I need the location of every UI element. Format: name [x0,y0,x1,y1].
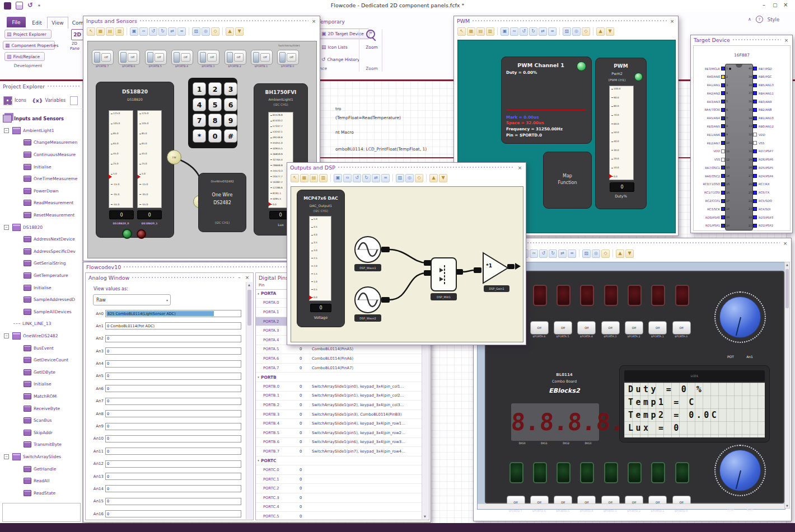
rotate-right-icon[interactable]: ↻ [362,174,371,182]
cursor-icon[interactable]: ↖ [457,27,466,36]
help-icon[interactable]: ? [756,16,763,23]
digital-pin-row[interactable]: PORTB.40SwitchArraySlide1(pin4), keypad_… [256,419,423,429]
pwm-slider-block[interactable]: PWM Pwm2 (PWM CH1) 100.090.080.070.060.0… [595,58,647,209]
close-icon[interactable]: × [782,241,788,246]
icon-lists-button[interactable]: ▤ Icon Lists [319,43,357,51]
group-arrow-icon[interactable]: ▾ [256,292,261,295]
keypad-key[interactable]: 8 [208,114,222,127]
digital-pin-row[interactable]: PORTC.50 [256,512,423,520]
analog-value-field[interactable]: 0 [105,398,241,405]
tree-item[interactable]: −SwitchArraySlides [0,451,83,463]
analog-value-field[interactable]: 0 [105,385,241,392]
clipped-tab-icon[interactable] [70,96,78,105]
map-function-block[interactable]: Map Function [543,152,592,209]
port-switch[interactable]: Off [225,50,246,65]
analog-value-field[interactable]: 0 [105,460,241,468]
expander-icon[interactable]: − [4,333,9,338]
analog-vscrollbar[interactable]: ▲ [246,282,252,519]
pwm-duty-slider[interactable]: 100.090.080.070.060.050.040.030.020.010.… [609,86,634,180]
tree-item[interactable]: ScanBus [0,415,83,427]
close-icon[interactable]: × [669,18,675,24]
switch-knob[interactable] [94,52,100,63]
properties-icon[interactable]: ▨ [396,174,404,182]
tree-item[interactable]: GetDeviceCount [0,354,83,366]
slider-pointer[interactable] [309,295,315,300]
target-device-window[interactable]: Target Device × 16F887 RE3/MCLR1RA0/AN02… [690,35,793,233]
bring-front-icon[interactable]: ▲ [616,249,624,258]
send-back-icon[interactable]: ▼ [439,174,447,182]
layers-icon[interactable]: ◇ [601,249,610,258]
save-icon[interactable] [16,2,23,10]
search-icon[interactable]: ◎ [572,27,581,36]
rotate-right-icon[interactable]: ↻ [549,249,557,258]
tree-item[interactable]: Initialise [0,161,83,173]
mirror-icon[interactable]: ⇄ [539,27,547,36]
expander-icon[interactable]: − [4,454,9,459]
keypad-key[interactable]: 6 [224,98,237,111]
porta-off-button[interactable]: Off [577,321,596,335]
scroll-up-icon[interactable]: ▲ [785,263,789,266]
analog-value-field[interactable]: 0 [105,423,241,430]
port-switch[interactable]: Off [198,50,219,65]
board-hscrollbar[interactable] [478,503,785,509]
icons-tab-label[interactable]: Icons [15,98,26,103]
tree-item[interactable]: ReadState [0,487,83,499]
port-switch[interactable]: Off [145,50,167,65]
keypad-key[interactable]: 1 [193,82,206,96]
switch-off-key[interactable]: Off [101,53,111,62]
outputs-window-titlebar[interactable]: Outputs and DSP × [287,163,526,172]
analog-value-field[interactable]: 0 [105,373,241,380]
add-component-icon[interactable]: ▣ [501,27,509,36]
analog-value-field[interactable]: 0 [105,360,241,368]
digital-pin-row[interactable]: PORTB.20SwitchArraySlide1(pin2), keypad_… [256,401,423,410]
keypad-key[interactable]: # [224,129,237,143]
port-switch[interactable]: Off [92,50,114,65]
digital-pin-row[interactable]: PORTC.00 [256,465,423,475]
switch-knob[interactable] [227,52,233,63]
find-replace-button[interactable]: ▧ Find/Replace [4,52,45,61]
port-switch[interactable]: Off [251,50,273,65]
copy-icon[interactable]: ▤ [476,27,485,36]
panel-2d-icon[interactable]: 2D [71,29,83,40]
onewire-node-icon[interactable]: 1W [167,150,181,164]
close-icon[interactable]: × [783,37,789,43]
dsp-wave1-block[interactable] [354,236,381,263]
analog-value-field[interactable]: 825 ComboBL0114(LightSensor ADC) [105,310,241,317]
outputs-canvas[interactable]: MCP47x6 DAC DAC_Output1 (I2C CH1) 5.04.5… [291,186,523,342]
add-component-icon[interactable]: ▣ [334,174,342,182]
tree-item[interactable]: SampleAllDevices [0,306,83,318]
tree-item[interactable]: MatchROM [0,390,83,403]
keypad-key[interactable]: 3 [224,82,237,96]
tree-item[interactable]: ChangeMeasuremen [0,136,83,149]
digital-pin-row[interactable]: PORTA.50ComboBL0114(PinA5) [256,345,423,355]
pwm-window-titlebar[interactable]: PWM × [454,16,678,25]
digital-pin-row[interactable]: ▾PORTC [256,456,423,466]
digital-pin-row[interactable]: ▾PORTB [256,373,423,382]
switch-knob[interactable] [253,52,259,63]
search-icon[interactable]: ◎ [405,174,414,182]
rotate-left-icon[interactable]: ↺ [520,27,528,36]
digital-pin-row[interactable]: PORTB.30SwitchArraySlide1(pin3), ComboBL… [256,410,423,420]
zoom-caption[interactable]: Zoom [363,45,381,50]
tab-file[interactable]: File [7,17,26,27]
close-icon[interactable]: × [517,165,523,171]
board-vscrollbar[interactable]: ▲ ▼ [784,262,790,509]
analog-value-field[interactable]: 0 [105,410,241,417]
switch-off-key[interactable]: Off [287,53,296,62]
ds18b20-slider-1[interactable]: 125.0105.085.065.045.025.05.0-15.0-35.0-… [109,110,133,208]
porta-off-button[interactable]: Off [554,321,572,335]
rotate-right-icon[interactable]: ↻ [529,27,537,36]
tree-item[interactable]: ReceiveByte [0,402,83,415]
search-icon[interactable]: ◎ [592,249,600,258]
collapse-ribbon-icon[interactable]: ∧ [748,17,751,22]
tree-item[interactable]: GetHandle [0,463,83,475]
tree-item[interactable]: −OneWireDS2482 [0,330,83,342]
multi-select-icon[interactable]: ▦ [300,174,308,182]
switch-off-key[interactable]: Off [155,53,164,62]
keypad-key[interactable]: 9 [224,114,237,127]
bring-front-icon[interactable]: ▲ [596,27,605,36]
ds18b20-block[interactable]: DS18B20 DS18B20 125.0105.085.065.045.025… [96,82,174,238]
minimize-button[interactable]: – [763,2,765,8]
porta-off-button[interactable]: Off [530,321,549,335]
mirror-icon[interactable]: ⇄ [558,249,567,258]
